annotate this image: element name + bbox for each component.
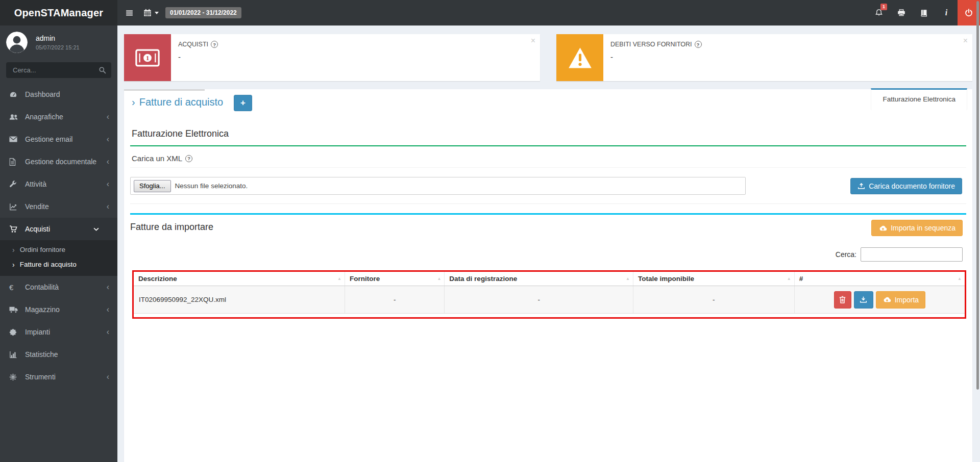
cloud-upload-icon [878, 225, 887, 232]
chevron-left-icon: ‹ [107, 283, 109, 291]
sidebar-item-acquisti[interactable]: Acquisti [0, 218, 117, 240]
highlighted-table: Descrizione▲ Fornitore▲ Data di registra… [132, 270, 966, 319]
euro-icon: € [9, 283, 21, 292]
sidebar-item-dashboard[interactable]: Dashboard [0, 83, 117, 106]
import-row-button[interactable]: Importa [876, 291, 925, 309]
import-sequence-button[interactable]: Importa in sequenza [871, 220, 963, 236]
gauge-icon [9, 91, 21, 98]
sidebar-item-impianti[interactable]: Impianti ‹ [0, 321, 117, 343]
sidebar-item-statistiche[interactable]: Statistiche [0, 343, 117, 366]
sidebar-item-label: Anagrafiche [25, 113, 63, 121]
chevron-left-icon: ‹ [107, 135, 109, 143]
cell-descrizione: IT02069950992_22XQU.xml [134, 286, 345, 314]
close-icon[interactable]: × [531, 36, 535, 45]
search-label: Cerca: [836, 250, 856, 259]
download-button[interactable] [854, 291, 873, 309]
help-icon[interactable]: ? [211, 41, 218, 48]
print-button[interactable] [890, 0, 913, 25]
sidebar-item-anagrafiche[interactable]: Anagrafiche ‹ [0, 106, 117, 128]
info-box-value: - [178, 53, 218, 61]
cell-data-registrazione: - [445, 286, 633, 314]
cell-actions: Importa [794, 286, 965, 314]
power-icon [965, 9, 973, 17]
docs-button[interactable] [913, 0, 935, 25]
sort-icon: ▲ [437, 276, 441, 281]
calendar-button[interactable] [141, 0, 161, 25]
sidebar-item-label: Magazzino [25, 305, 60, 314]
sidebar-toggle-button[interactable] [117, 0, 141, 25]
chevron-left-icon: ‹ [107, 180, 109, 188]
column-header-fornitore[interactable]: Fornitore▲ [345, 272, 445, 286]
sidebar-item-contabilita[interactable]: € Contabilità ‹ [0, 276, 117, 298]
upload-button-label: Carica documento fornitore [869, 182, 955, 190]
calendar-icon [143, 9, 152, 17]
topbar-left: 01/01/2022 - 31/12/2022 [117, 0, 241, 25]
search-icon[interactable] [99, 66, 106, 74]
sort-icon: ▲ [626, 276, 630, 281]
caret-down-icon [154, 10, 159, 15]
warning-icon [556, 34, 603, 81]
submenu-item-label: Ordini fornitore [20, 246, 65, 253]
info-button[interactable]: i [935, 0, 958, 25]
help-icon[interactable]: ? [695, 41, 702, 48]
info-boxes-row: 1 ACQUISTI ? - × DEBITI VERSO FORNITORI … [124, 34, 972, 81]
column-header-actions[interactable]: #▲ [794, 272, 965, 286]
column-header-data-registrazione[interactable]: Data di registrazione▲ [445, 272, 633, 286]
browse-button[interactable]: Sfoglia... [134, 180, 171, 192]
submenu-item-ordini-fornitore[interactable]: › Ordini fornitore [0, 242, 117, 257]
add-invoice-button[interactable]: + [234, 95, 252, 111]
puzzle-icon [9, 328, 21, 336]
sidebar-item-magazzino[interactable]: Magazzino ‹ [0, 298, 117, 321]
upload-icon [857, 182, 865, 190]
info-box-title: ACQUISTI [178, 41, 208, 48]
chevron-left-icon: ‹ [107, 202, 109, 211]
import-section-title: Fatture da importare [130, 222, 213, 233]
trash-icon [839, 296, 846, 303]
sidebar-item-label: Dashboard [25, 90, 60, 98]
tab-fatturazione-elettronica[interactable]: Fatturazione Elettronica [871, 88, 967, 110]
sidebar-item-label: Strumenti [25, 373, 56, 381]
submenu-item-fatture-di-acquisto[interactable]: › Fatture di acquisto [0, 257, 117, 272]
column-header-totale-imponibile[interactable]: Totale imponibile▲ [633, 272, 794, 286]
upload-supplier-doc-button[interactable]: Carica documento fornitore [850, 178, 962, 194]
svg-text:1: 1 [146, 54, 150, 62]
main-panel: › Fatture di acquisto + Fatturazione Ele… [124, 89, 972, 462]
section-title: Fatturazione Elettronica [130, 129, 966, 146]
envelope-icon [9, 136, 21, 142]
table-row: IT02069950992_22XQU.xml - - - [134, 286, 965, 314]
book-icon [920, 9, 928, 17]
info-icon: i [945, 8, 947, 17]
file-input[interactable]: Sfoglia... Nessun file selezionato. [130, 177, 746, 195]
scrollbar[interactable] [976, 1, 979, 390]
chevron-left-icon: ‹ [107, 373, 109, 381]
column-header-descrizione[interactable]: Descrizione▲ [134, 272, 345, 286]
help-icon[interactable]: ? [185, 155, 192, 162]
info-box-title: DEBITI VERSO FORNITORI [610, 41, 692, 48]
topbar: OpenSTAManager 01/01/2022 - 31/12/2022 1… [0, 0, 980, 25]
sidebar: admin 05/07/2022 15:21 Dashboard Anagraf… [0, 25, 117, 462]
notifications-button[interactable]: 1 [868, 0, 890, 25]
download-icon [860, 296, 867, 303]
table-filter: Cerca: [130, 247, 966, 262]
sidebar-item-gestione-email[interactable]: Gestione email ‹ [0, 128, 117, 150]
sidebar-item-gestione-documentale[interactable]: Gestione documentale ‹ [0, 150, 117, 173]
sidebar-nav-lower: € Contabilità ‹ Magazzino ‹ Impianti ‹ S… [0, 276, 117, 388]
delete-button[interactable] [834, 291, 851, 309]
table-search-input[interactable] [861, 247, 963, 262]
close-icon[interactable]: × [963, 36, 968, 45]
sidebar-item-attivita[interactable]: Attività ‹ [0, 173, 117, 195]
chart-line-icon [9, 203, 21, 211]
chevron-down-icon [93, 227, 106, 231]
tab-strip [124, 89, 205, 91]
sort-icon: ▲ [958, 276, 962, 281]
sidebar-item-strumenti[interactable]: Strumenti ‹ [0, 366, 117, 388]
search-input[interactable] [6, 62, 111, 78]
hamburger-icon [125, 9, 134, 17]
chevron-right-icon: › [12, 246, 15, 254]
user-login-datetime: 05/07/2022 15:21 [36, 44, 80, 50]
sidebar-item-vendite[interactable]: Vendite ‹ [0, 195, 117, 218]
notification-badge: 1 [880, 4, 887, 10]
breadcrumb-arrow: › [132, 96, 135, 108]
date-range-badge[interactable]: 01/01/2022 - 31/12/2022 [165, 7, 241, 18]
cart-icon [9, 225, 21, 233]
